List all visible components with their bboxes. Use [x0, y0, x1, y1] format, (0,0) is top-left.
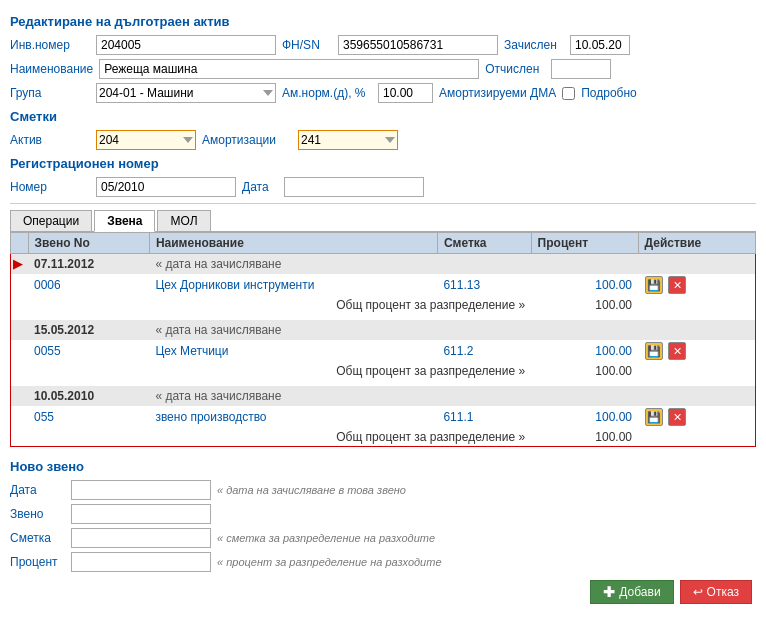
- save-row-button[interactable]: 💾: [645, 342, 663, 360]
- data-label: Дата: [242, 180, 278, 194]
- row-zveno-no: 055: [28, 406, 149, 428]
- new-zveno-label: Звено: [10, 507, 65, 521]
- naimen-label: Наименование: [10, 62, 93, 76]
- page-title: Редактиране на дълготраен актив: [10, 14, 756, 29]
- reg-nom-title: Регистрационен номер: [10, 156, 756, 171]
- group-date-hint: « дата на зачисляване: [149, 386, 638, 406]
- delete-row-button[interactable]: ✕: [668, 342, 686, 360]
- amortizacii-select[interactable]: 241: [298, 130, 398, 150]
- nomer-input[interactable]: [96, 177, 236, 197]
- new-section: Ново звено Дата « дата на зачисляване в …: [10, 459, 756, 604]
- grupa-label: Група: [10, 86, 90, 100]
- new-zveno-row: Звено: [10, 504, 756, 524]
- inv-label: Инв.номер: [10, 38, 90, 52]
- new-data-hint: « дата на зачисляване в това звено: [217, 484, 406, 496]
- table-date-row: 10.05.2010 « дата на зачисляване: [11, 386, 756, 406]
- new-procent-hint: « процент за разпределение на разходите: [217, 556, 442, 568]
- col-dejstvie: Действие: [638, 233, 755, 254]
- table-header-row: Звено No Наименование Сметка Процент Дей…: [11, 233, 756, 254]
- col-arrow: [11, 233, 29, 254]
- fhsn-label: ФН/SN: [282, 38, 332, 52]
- row-arrow-spacer: [11, 274, 29, 296]
- tab-operacii[interactable]: Операции: [10, 210, 92, 231]
- new-zveno-input[interactable]: [71, 504, 211, 524]
- cancel-label: Отказ: [707, 585, 739, 599]
- new-section-title: Ново звено: [10, 459, 756, 474]
- total-value: 100.00: [531, 296, 638, 314]
- row-procent: 100.00: [531, 406, 638, 428]
- inv-row: Инв.номер ФН/SN Зачислен: [10, 35, 756, 55]
- delete-row-button[interactable]: ✕: [668, 276, 686, 294]
- total-spacer: [11, 362, 29, 380]
- total-spacer2: [28, 362, 149, 380]
- total-label: Общ процент за разпределение »: [149, 428, 531, 447]
- row-arrow-spacer: [11, 340, 29, 362]
- row-naimenovanie: Цех Дорникови инструменти: [149, 274, 437, 296]
- am-norm-label: Ам.норм.(д), %: [282, 86, 372, 100]
- tabs-bar: Операции Звена МОЛ: [10, 210, 756, 232]
- inv-input[interactable]: [96, 35, 276, 55]
- group-date-hint: « дата на зачисляване: [149, 320, 638, 340]
- naimen-input[interactable]: [99, 59, 479, 79]
- cancel-button[interactable]: ↩ Отказ: [680, 580, 752, 604]
- new-procent-input[interactable]: [71, 552, 211, 572]
- fhsn-input[interactable]: [338, 35, 498, 55]
- new-data-row: Дата « дата на зачисляване в това звено: [10, 480, 756, 500]
- total-spacer2: [28, 428, 149, 447]
- save-row-button[interactable]: 💾: [645, 276, 663, 294]
- naimen-row: Наименование Отчислен: [10, 59, 756, 79]
- row-actions: 💾 ✕: [638, 340, 755, 362]
- table-total-row: Общ процент за разпределение » 100.00: [11, 428, 756, 447]
- zachislen-label: Зачислен: [504, 38, 564, 52]
- row-procent: 100.00: [531, 340, 638, 362]
- row-smetka: 611.1: [437, 406, 531, 428]
- add-label: Добави: [619, 585, 660, 599]
- row-smetka: 611.13: [437, 274, 531, 296]
- delete-row-button[interactable]: ✕: [668, 408, 686, 426]
- am-norm-input[interactable]: [378, 83, 433, 103]
- zachislen-input[interactable]: [570, 35, 630, 55]
- amortizacii-label: Амортизации: [202, 133, 292, 147]
- reg-nom-row: Номер Дата: [10, 177, 756, 197]
- table-total-row: Общ процент за разпределение » 100.00: [11, 296, 756, 314]
- total-value: 100.00: [531, 362, 638, 380]
- total-spacer3: [638, 296, 755, 314]
- data-input[interactable]: [284, 177, 424, 197]
- row-procent: 100.00: [531, 274, 638, 296]
- otchislen-input[interactable]: [551, 59, 611, 79]
- total-spacer: [11, 428, 29, 447]
- new-smetka-hint: « сметка за разпределение на разходите: [217, 532, 435, 544]
- smetki-title: Сметки: [10, 109, 756, 124]
- add-icon: ✚: [603, 584, 615, 600]
- row-actions: 💾 ✕: [638, 406, 755, 428]
- zvena-table: Звено No Наименование Сметка Процент Дей…: [10, 232, 756, 447]
- table-row: 0006 Цех Дорникови инструменти 611.13 10…: [11, 274, 756, 296]
- group-date: 10.05.2010: [28, 386, 149, 406]
- amort-dma-checkbox[interactable]: [562, 87, 575, 100]
- row-arrow: [11, 386, 29, 406]
- add-button[interactable]: ✚ Добави: [590, 580, 673, 604]
- row-naimenovanie: Цех Метчици: [149, 340, 437, 362]
- tab-zvena[interactable]: Звена: [94, 210, 155, 232]
- cancel-icon: ↩: [693, 585, 703, 599]
- grupa-select[interactable]: 204-01 - Машини: [96, 83, 276, 103]
- amort-dma-label: Амортизируеми ДМА: [439, 86, 556, 100]
- aktiv-select[interactable]: 204: [96, 130, 196, 150]
- col-procent: Процент: [531, 233, 638, 254]
- group-date: 07.11.2012: [28, 254, 149, 275]
- total-spacer2: [28, 296, 149, 314]
- new-smetka-input[interactable]: [71, 528, 211, 548]
- col-smetka: Сметка: [437, 233, 531, 254]
- col-naimenovanie: Наименование: [149, 233, 437, 254]
- otchislen-label: Отчислен: [485, 62, 545, 76]
- group-date-action: [638, 254, 755, 275]
- table-date-row: ▶ 07.11.2012 « дата на зачисляване: [11, 254, 756, 275]
- row-arrow: [11, 320, 29, 340]
- new-data-input[interactable]: [71, 480, 211, 500]
- new-smetka-row: Сметка « сметка за разпределение на разх…: [10, 528, 756, 548]
- podrobno-label: Подробно: [581, 86, 637, 100]
- tab-mol[interactable]: МОЛ: [157, 210, 210, 231]
- save-row-button[interactable]: 💾: [645, 408, 663, 426]
- table-row: 055 звено производство 611.1 100.00 💾 ✕: [11, 406, 756, 428]
- row-zveno-no: 0055: [28, 340, 149, 362]
